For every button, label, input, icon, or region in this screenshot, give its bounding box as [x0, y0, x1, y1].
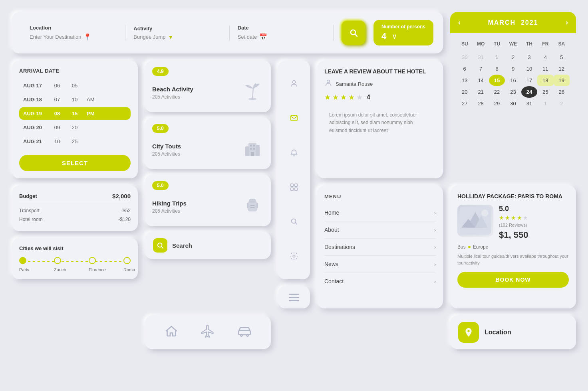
cal-day[interactable]: 2 — [554, 98, 570, 109]
cal-day[interactable]: 8 — [489, 63, 505, 75]
chevron-right-icon: › — [434, 210, 436, 216]
grid-icon[interactable] — [285, 178, 303, 196]
select-date-button[interactable]: SELECT — [19, 155, 131, 171]
date-placeholder: Set date — [238, 34, 257, 40]
activity-value[interactable]: Bungee Jump ▼ — [133, 34, 221, 40]
gear-icon[interactable] — [285, 247, 303, 265]
cal-day[interactable]: 23 — [505, 86, 521, 98]
cal-day[interactable]: 21 — [473, 86, 489, 98]
arrival-row[interactable]: AUG 18 07 10 AM — [19, 93, 131, 106]
date-label: Date — [238, 25, 325, 31]
cal-day[interactable]: 26 — [554, 86, 570, 98]
menu-item-contact[interactable]: Contact › — [324, 273, 436, 290]
cal-day[interactable]: 1 — [537, 98, 553, 109]
cal-day[interactable]: 22 — [489, 86, 505, 98]
calendar-body: SU MO TU WE TH FR SA 30 31 1 2 3 4 5 6 7… — [450, 33, 576, 116]
icon-panel — [278, 61, 310, 279]
hiking-rating: 5.0 — [152, 181, 169, 190]
chevron-right-icon: › — [434, 244, 436, 250]
cal-day[interactable]: 28 — [473, 98, 489, 109]
persons-chevron-icon[interactable]: ∨ — [392, 32, 397, 41]
cal-day[interactable]: 13 — [457, 75, 473, 86]
menu-item-home[interactable]: Home › — [324, 204, 436, 221]
cal-day[interactable]: 29 — [489, 98, 505, 109]
person-icon[interactable] — [285, 75, 303, 93]
cal-day[interactable]: 9 — [505, 63, 521, 75]
holiday-info: 5.0 ★ ★ ★ ★ ★ (102 Reviews) $1, 550 — [499, 205, 569, 240]
calendar-month-year: MARCH 2021 — [488, 19, 538, 26]
beach-activity-count: 205 Activities — [152, 94, 241, 100]
activity-card-beach[interactable]: 4.9 Beach Activity 205 Activities — [145, 61, 271, 112]
activity-card-hiking[interactable]: 5.0 Hiking Trips 205 Activities — [145, 175, 271, 226]
car-icon[interactable] — [237, 324, 252, 341]
cal-day[interactable]: 19 — [554, 75, 570, 86]
cal-day[interactable]: 1 — [489, 51, 505, 63]
hamburger-icon — [289, 294, 299, 301]
cal-day[interactable]: 2 — [505, 51, 521, 63]
city-dot-zurich — [54, 257, 61, 264]
svg-rect-8 — [253, 148, 255, 150]
calendar-prev-button[interactable]: ‹ — [458, 18, 461, 27]
bell-icon[interactable] — [285, 144, 303, 162]
menu-card: MENU Home › About › Destinations › News … — [317, 186, 443, 308]
cal-day[interactable]: 31 — [473, 51, 489, 63]
search-panel-icon[interactable] — [285, 213, 303, 230]
mail-icon[interactable] — [285, 109, 303, 127]
cal-day[interactable]: 30 — [457, 51, 473, 63]
cal-day[interactable]: 11 — [537, 63, 553, 75]
cal-day-today[interactable]: 15 — [489, 75, 505, 86]
search-activity-card[interactable]: Search — [145, 232, 271, 259]
location-value[interactable]: Enter Your Destination 📍 — [30, 33, 117, 41]
svg-rect-3 — [245, 146, 249, 156]
cal-day[interactable]: 20 — [457, 86, 473, 98]
location-bottom-card[interactable]: Location — [450, 316, 576, 349]
plane-icon[interactable] — [201, 324, 215, 341]
calendar-next-button[interactable]: › — [566, 18, 568, 27]
menu-item-news[interactable]: News › — [324, 256, 436, 273]
cal-day[interactable]: 3 — [521, 51, 537, 63]
cal-day[interactable]: 12 — [554, 63, 570, 75]
home-icon[interactable] — [164, 324, 179, 341]
cal-day[interactable]: 6 — [457, 63, 473, 75]
svg-line-25 — [295, 223, 297, 225]
arrival-row[interactable]: AUG 21 10 25 — [19, 135, 131, 148]
calendar-days: 30 31 1 2 3 4 5 6 7 8 9 10 11 12 13 14 1… — [457, 51, 570, 109]
svg-rect-20 — [291, 184, 293, 186]
holiday-image — [457, 205, 493, 237]
city-rating: 5.0 — [152, 124, 169, 133]
cal-day[interactable]: 7 — [473, 63, 489, 75]
cal-day[interactable]: 16 — [505, 75, 521, 86]
arrival-row[interactable]: AUG 17 06 05 — [19, 79, 131, 92]
cal-day[interactable]: 30 — [505, 98, 521, 109]
persons-value: 4 — [381, 31, 386, 41]
arrival-row-active[interactable]: AUG 19 08 15 PM — [19, 107, 131, 120]
activity-label: Activity — [133, 26, 221, 32]
main-search-button[interactable] — [342, 21, 366, 45]
cal-day[interactable]: 27 — [457, 98, 473, 109]
chevron-right-icon: › — [434, 261, 436, 267]
bottom-icons-card — [145, 316, 271, 349]
cal-day[interactable]: 31 — [521, 98, 537, 109]
cal-day[interactable]: 5 — [554, 51, 570, 63]
cal-day[interactable]: 14 — [473, 75, 489, 86]
svg-rect-11 — [249, 199, 256, 203]
calendar-card: ‹ MARCH 2021 › SU MO TU WE TH FR SA 30 3… — [450, 12, 576, 178]
cal-day[interactable]: 10 — [521, 63, 537, 75]
menu-item-about[interactable]: About › — [324, 221, 436, 239]
menu-item-destinations[interactable]: Destinations › — [324, 239, 436, 256]
cal-day-selected[interactable]: 24 — [521, 86, 537, 98]
book-now-button[interactable]: BOOK NOW — [457, 272, 569, 288]
activity-card-city[interactable]: 5.0 City Touts 205 Activities — [145, 118, 271, 169]
cal-day[interactable]: 18 — [537, 75, 553, 86]
budget-label: Budget — [19, 193, 37, 199]
hamburger-menu[interactable] — [278, 286, 310, 308]
arrival-row[interactable]: AUG 20 09 20 — [19, 121, 131, 134]
svg-point-37 — [467, 330, 469, 332]
svg-point-29 — [240, 334, 242, 336]
cal-day[interactable]: 17 — [521, 75, 537, 86]
rating-number: 4 — [367, 94, 370, 101]
date-value[interactable]: Set date 📅 — [238, 33, 325, 41]
cal-day[interactable]: 25 — [537, 86, 553, 98]
cal-day[interactable]: 4 — [537, 51, 553, 63]
svg-rect-22 — [291, 188, 293, 190]
